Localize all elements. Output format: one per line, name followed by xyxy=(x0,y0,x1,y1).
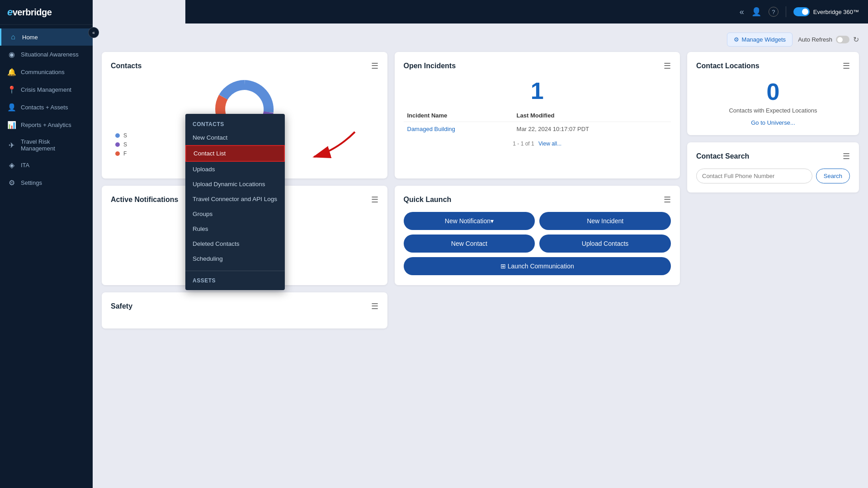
safety-widget: Safety ☰ xyxy=(102,292,387,328)
main-content: ⚙ Manage Widgets Auto Refresh ↻ Contacts… xyxy=(93,23,868,488)
safety-widget-menu[interactable]: ☰ xyxy=(371,301,378,311)
incidents-widget-title: Open Incidents xyxy=(404,62,456,70)
contact-search-input[interactable] xyxy=(696,169,812,183)
quick-launch-menu[interactable]: ☰ xyxy=(664,195,671,205)
brand-toggle[interactable] xyxy=(793,7,810,16)
sidebar-logo: everbridge xyxy=(0,0,93,25)
collapse-icon[interactable]: « xyxy=(740,7,744,17)
dropdown-contact-list[interactable]: Contact List xyxy=(185,145,285,162)
contact-search-row: Search xyxy=(696,169,850,183)
dropdown-travel-connector[interactable]: Travel Connector and API Logs xyxy=(185,192,285,206)
dropdown-uploads[interactable]: Uploads xyxy=(185,162,285,177)
sidebar-item-label: Travel Risk Management xyxy=(21,138,85,152)
sidebar-item-situational-awareness[interactable]: ◉ Situational Awareness xyxy=(0,46,93,63)
dropdown-scheduling[interactable]: Scheduling xyxy=(185,251,285,266)
new-incident-button[interactable]: New Incident xyxy=(539,212,671,230)
new-notification-button[interactable]: New Notification▾ xyxy=(404,212,535,230)
contact-search-header: Contact Search ☰ xyxy=(696,151,850,161)
view-all-link[interactable]: View all... xyxy=(538,141,561,147)
legend-dot-red xyxy=(115,151,120,156)
sidebar-item-label: Settings xyxy=(21,179,42,186)
table-row: Damaged Building Mar 22, 2024 10:17:07 P… xyxy=(404,122,671,136)
legend-label: S xyxy=(123,141,127,148)
contacts-widget-menu[interactable]: ☰ xyxy=(371,61,378,71)
contact-locations-header: Contact Locations ☰ xyxy=(696,61,850,71)
safety-widget-header: Safety ☰ xyxy=(111,301,378,311)
sidebar-item-settings[interactable]: ⚙ Settings xyxy=(0,174,93,192)
active-notifications-title: Active Notifications xyxy=(111,196,178,204)
dropdown-new-contact[interactable]: New Contact xyxy=(185,130,285,145)
contact-locations-title: Contact Locations xyxy=(696,62,760,70)
communications-icon: 🔔 xyxy=(7,68,16,76)
home-icon: ⌂ xyxy=(9,33,18,41)
brand-label: Everbridge 360™ xyxy=(813,9,859,15)
sidebar: everbridge « ⌂ Home ◉ Situational Awaren… xyxy=(0,0,93,488)
sidebar-item-home[interactable]: ⌂ Home xyxy=(0,28,93,46)
sidebar-item-travel-risk[interactable]: ✈ Travel Risk Management xyxy=(0,134,93,156)
contacts-section-title: Contacts xyxy=(185,118,285,130)
incidents-pagination: 1 - 1 of 1 View all... xyxy=(404,141,671,147)
help-icon[interactable]: ? xyxy=(769,7,778,17)
contact-locations-count: 0 xyxy=(696,78,850,105)
dropdown-groups[interactable]: Groups xyxy=(185,206,285,221)
sidebar-item-reports-analytics[interactable]: 📊 Reports + Analytics xyxy=(0,116,93,134)
upload-contacts-button[interactable]: Upload Contacts xyxy=(539,235,671,253)
quick-launch-widget: Quick Launch ☰ New Notification▾ New Inc… xyxy=(395,186,680,285)
sidebar-item-communications[interactable]: 🔔 Communications xyxy=(0,63,93,81)
dropdown-deleted-contacts[interactable]: Deleted Contacts xyxy=(185,236,285,251)
refresh-icon[interactable]: ↻ xyxy=(853,35,859,44)
contacts-widget-header: Contacts ☰ xyxy=(111,61,378,71)
sidebar-collapse-button[interactable]: « xyxy=(88,27,99,38)
auto-refresh-toggle[interactable] xyxy=(836,36,849,43)
quick-launch-header: Quick Launch ☰ xyxy=(404,195,671,205)
travel-risk-icon: ✈ xyxy=(7,141,16,150)
contact-locations-menu[interactable]: ☰ xyxy=(843,61,850,71)
contacts-assets-icon: 👤 xyxy=(7,103,16,112)
crisis-management-icon: 📍 xyxy=(7,85,16,94)
incidents-col-modified: Last Modified xyxy=(513,109,671,122)
gear-icon: ⚙ xyxy=(734,36,739,43)
legend-dot-blue xyxy=(115,133,120,138)
incidents-widget-menu[interactable]: ☰ xyxy=(664,61,671,71)
incidents-table: Incident Name Last Modified Damaged Buil… xyxy=(404,109,671,136)
sidebar-nav: ⌂ Home ◉ Situational Awareness 🔔 Communi… xyxy=(0,25,93,488)
sidebar-item-ita[interactable]: ◈ ITA xyxy=(0,156,93,174)
ita-icon: ◈ xyxy=(7,161,16,169)
pagination-count: 1 - 1 of 1 xyxy=(513,141,534,147)
new-contact-button[interactable]: New Contact xyxy=(404,235,535,253)
sidebar-item-label: Contacts + Assets xyxy=(21,104,68,111)
logo-text: verbridge xyxy=(13,7,52,17)
open-incidents-widget: Open Incidents ☰ 1 Incident Name Last Mo… xyxy=(395,52,680,178)
incidents-col-name: Incident Name xyxy=(404,109,513,122)
topbar-brand: Everbridge 360™ xyxy=(793,7,859,16)
sidebar-item-contacts-assets[interactable]: 👤 Contacts + Assets xyxy=(0,99,93,116)
assets-section-title: Assets xyxy=(185,275,285,286)
contacts-dropdown-section: Contacts New Contact Contact List Upload… xyxy=(185,114,285,271)
topbar: « 👤 ? Everbridge 360™ xyxy=(185,0,868,23)
incidents-widget-header: Open Incidents ☰ xyxy=(404,61,671,71)
user-icon[interactable]: 👤 xyxy=(751,7,761,17)
sidebar-item-label: Crisis Management xyxy=(21,86,71,93)
contact-search-menu[interactable]: ☰ xyxy=(843,151,850,161)
launch-communication-button[interactable]: ⊞ Launch Communication xyxy=(404,257,671,275)
active-notifications-menu[interactable]: ☰ xyxy=(371,195,378,205)
sidebar-item-label: Situational Awareness xyxy=(21,51,79,58)
manage-widgets-button[interactable]: ⚙ Manage Widgets xyxy=(727,33,793,47)
dropdown-rules[interactable]: Rules xyxy=(185,221,285,236)
go-to-universe-link[interactable]: Go to Universe... xyxy=(696,119,850,126)
sidebar-item-crisis-management[interactable]: 📍 Crisis Management xyxy=(0,81,93,99)
incident-name[interactable]: Damaged Building xyxy=(404,122,513,136)
sidebar-item-label: Home xyxy=(22,34,38,41)
legend-label: S xyxy=(123,132,127,139)
situational-awareness-icon: ◉ xyxy=(7,50,16,59)
right-column: Contact Locations ☰ 0 Contacts with Expe… xyxy=(687,52,859,328)
quick-launch-grid: New Notification▾ New Incident New Conta… xyxy=(404,212,671,275)
contacts-widget-title: Contacts xyxy=(111,62,142,70)
assets-section: Assets xyxy=(185,271,285,290)
safety-widget-title: Safety xyxy=(111,302,132,310)
sidebar-item-label: Reports + Analytics xyxy=(21,122,71,128)
contact-search-button[interactable]: Search xyxy=(816,169,850,183)
dropdown-upload-dynamic[interactable]: Upload Dynamic Locations xyxy=(185,177,285,192)
quick-launch-title: Quick Launch xyxy=(404,196,452,204)
incidents-count: 1 xyxy=(404,78,671,104)
